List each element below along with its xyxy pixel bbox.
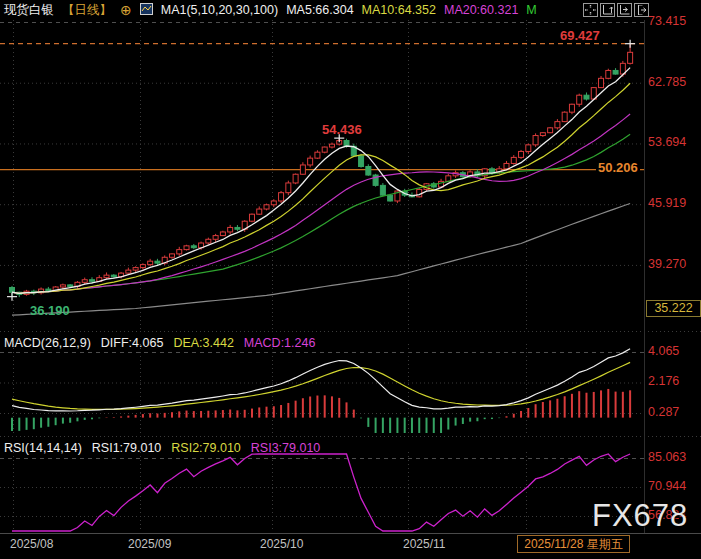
- crosshair-move-icon[interactable]: [583, 3, 598, 17]
- macd-params-label[interactable]: MACD(26,12,9): [4, 336, 91, 350]
- macd-diff-value: DIFF:4.065: [101, 336, 164, 350]
- y-axis-label: 2.176: [648, 374, 700, 388]
- go-to-latest-icon[interactable]: [634, 3, 649, 17]
- chart-type-icon[interactable]: [140, 3, 153, 18]
- x-tick-oct: 2025/10: [260, 537, 303, 551]
- ma5-line: [12, 68, 630, 294]
- ma30-value-truncated: M: [526, 3, 536, 17]
- y-axis-label: 0.287: [648, 405, 700, 419]
- ma30-line: [12, 134, 630, 293]
- macd-plot: [12, 349, 630, 433]
- y-axis-label: 39.270: [648, 257, 700, 271]
- peak-price-label: 54.436: [322, 122, 362, 137]
- rsi-params-label[interactable]: RSI(14,14,14): [4, 441, 82, 455]
- ma20-value: MA20:60.321: [444, 3, 518, 17]
- y-axis-label: 70.944: [648, 479, 700, 493]
- x-tick-aug: 2025/08: [10, 537, 53, 551]
- y-axis-label: 62.785: [648, 75, 700, 89]
- last-date-box: 2025/11/28 星期五: [517, 535, 630, 553]
- y-axis-label: 53.694: [648, 135, 700, 149]
- y-axis-label: 4.065: [648, 344, 700, 358]
- axis-bottom-value-box: 35.222: [646, 300, 701, 317]
- rsi2-value: RSI2:79.010: [171, 441, 241, 455]
- y-axis-label: 45.919: [648, 196, 700, 210]
- rsi1-value: RSI1:79.010: [92, 441, 162, 455]
- macd-diff-line: [12, 349, 630, 411]
- rsi-line: [12, 454, 630, 531]
- chart-toolbar: [583, 3, 649, 17]
- axis-zoom-in-icon[interactable]: [600, 3, 615, 17]
- rsi-plot: [12, 454, 630, 531]
- rsi-header: RSI(14,14,14) RSI1:79.010 RSI2:79.010 RS…: [4, 441, 320, 455]
- macd-dea-value: DEA:3.442: [173, 336, 233, 350]
- axis-zoom-out-icon[interactable]: [617, 3, 632, 17]
- chart-canvas[interactable]: [0, 0, 701, 559]
- ma-settings-label[interactable]: MA1(5,10,20,30,100): [161, 3, 278, 17]
- instrument-title: 现货白银: [4, 2, 54, 19]
- y-axis-label: 85.063: [648, 450, 700, 464]
- high-price-label: 69.427: [560, 28, 600, 43]
- x-tick-sep: 2025/09: [128, 537, 171, 551]
- macd-dea-line: [12, 362, 630, 409]
- trading-chart-window: 现货白银 【日线】 ⊕ MA1(5,10,20,30,100) MA5:66.3…: [0, 0, 701, 559]
- interval-label: 【日线】: [62, 2, 112, 19]
- ma10-value: MA10:64.352: [362, 3, 436, 17]
- ma10-line: [12, 83, 630, 293]
- fx678-watermark: FX678: [592, 498, 688, 534]
- rsi3-value: RSI3:79.010: [251, 441, 321, 455]
- add-indicator-icon[interactable]: ⊕: [120, 2, 132, 18]
- low-price-label: 36.190: [30, 303, 70, 318]
- threshold-price-label: 50.206: [596, 160, 640, 175]
- macd-hist-value: MACD:1.246: [244, 336, 316, 350]
- chart-header: 现货白银 【日线】 ⊕ MA1(5,10,20,30,100) MA5:66.3…: [4, 2, 537, 18]
- y-axis-label: 73.415: [648, 14, 700, 28]
- ma5-value: MA5:66.304: [286, 3, 353, 17]
- x-tick-nov: 2025/11: [403, 537, 446, 551]
- ma100-line: [12, 204, 630, 316]
- macd-header: MACD(26,12,9) DIFF:4.065 DEA:3.442 MACD:…: [4, 336, 315, 350]
